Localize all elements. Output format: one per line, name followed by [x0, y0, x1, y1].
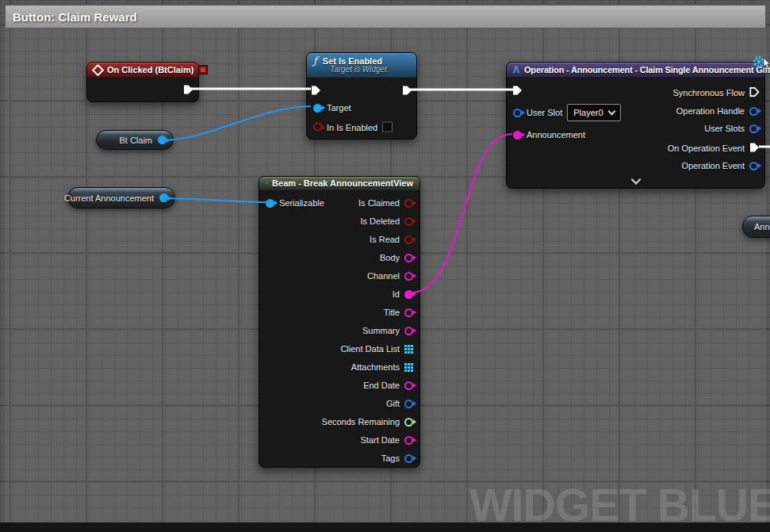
pin-row: Title: [384, 308, 413, 317]
pin-label: Tags: [381, 454, 400, 463]
output-pin[interactable]: [404, 217, 413, 226]
pin-label: User Slots: [704, 124, 745, 133]
node-settings-area: [752, 55, 766, 72]
output-pin[interactable]: [404, 381, 413, 390]
pin-label: Seconds Remaining: [322, 417, 400, 427]
pin-label: Client Data List: [340, 344, 400, 354]
variable-pill-current-announcement[interactable]: Current Announcement: [67, 187, 175, 209]
variable-output-pin[interactable]: [159, 193, 168, 202]
pin-label: Gift: [386, 399, 400, 408]
pin-row: Summary: [362, 326, 413, 335]
output-pin[interactable]: [749, 162, 758, 170]
pin-row: User Slots: [704, 124, 758, 133]
node-operation-header: Λ Operation - Announcement - Claim Singl…: [507, 63, 764, 78]
output-pin[interactable]: [404, 235, 413, 244]
variable-label: Anno: [754, 222, 770, 232]
pin-label: Serializable: [279, 198, 324, 208]
node-subtitle: Target is Widget: [330, 65, 410, 74]
pin-row: [402, 86, 412, 96]
pin-row: Gift: [386, 399, 413, 408]
output-pin[interactable]: [404, 363, 413, 372]
output-pin[interactable]: [404, 436, 413, 445]
output-pin[interactable]: [404, 327, 413, 335]
watermark-text: WIDGET BLUEPRINT: [469, 483, 770, 528]
pin-row: [311, 86, 321, 96]
output-pin[interactable]: [404, 345, 413, 354]
output-pin[interactable]: [404, 418, 413, 427]
node-on-clicked-header: On Clicked (BtClaim): [87, 63, 198, 78]
exec-in-pin[interactable]: [311, 86, 321, 96]
pin-label: Announcement: [527, 130, 585, 140]
pin-row: Is Deleted: [360, 216, 413, 226]
pin-label: Body: [380, 253, 400, 262]
pin-row: Serializable: [266, 198, 324, 208]
comment-header[interactable]: Button: Claim Reward: [5, 5, 766, 29]
function-icon: ƒ: [313, 55, 317, 66]
break-struct-icon: [266, 178, 267, 188]
beamable-logo-icon: Λ: [513, 65, 519, 75]
target-input-pin[interactable]: [313, 104, 322, 113]
output-pin[interactable]: [404, 400, 413, 408]
pin-row: Operation Handle: [676, 106, 758, 116]
node-set-is-enabled-header: ƒ Set Is Enabled Target is Widget: [307, 53, 416, 78]
exec-in-pin[interactable]: [512, 86, 523, 96]
variable-pill-announcement-partial[interactable]: Anno: [742, 216, 770, 238]
chevron-down-icon: [607, 108, 615, 116]
announcement-input-pin[interactable]: [513, 131, 522, 140]
pin-label: On Operation Event: [668, 143, 745, 152]
exec-out-pin[interactable]: [402, 86, 412, 96]
output-pin[interactable]: [749, 107, 758, 116]
delegate-pin[interactable]: [198, 65, 208, 75]
node-on-clicked[interactable]: On Clicked (BtClaim): [86, 62, 199, 102]
synchronous-flow-exec-pin[interactable]: [749, 87, 760, 98]
pin-row: Id: [393, 289, 413, 299]
pin-row: Seconds Remaining: [322, 417, 413, 427]
variable-pill-bt-claim[interactable]: Bt Claim: [96, 130, 174, 150]
output-pin-id[interactable]: [404, 290, 413, 299]
node-break-announcementview[interactable]: Beam - Break AnnouncementView Serializab…: [259, 176, 420, 468]
pin-label: Attachments: [351, 362, 400, 372]
output-pin[interactable]: [749, 124, 758, 133]
on-operation-event-exec-pin[interactable]: [749, 143, 760, 153]
pin-row: Start Date: [360, 435, 413, 445]
pin-row: Target: [313, 103, 351, 113]
output-pin[interactable]: [404, 272, 413, 281]
pin-row: Attachments: [351, 362, 413, 372]
pin-row: [512, 86, 523, 96]
variable-output-pin[interactable]: [158, 136, 167, 144]
pin-row: Tags: [381, 454, 413, 463]
output-pin[interactable]: [404, 308, 413, 317]
in-is-enabled-checkbox[interactable]: [382, 122, 393, 132]
pin-label: Is Read: [370, 235, 400, 244]
user-slot-dropdown[interactable]: Player0: [567, 104, 620, 121]
pin-row: Client Data List: [340, 344, 413, 354]
pin-row: [183, 85, 193, 95]
exec-out-pin[interactable]: [183, 85, 193, 95]
output-pin[interactable]: [404, 199, 413, 208]
pin-row: Is Claimed: [358, 198, 413, 208]
output-pin[interactable]: [404, 254, 413, 262]
in-is-enabled-pin[interactable]: [313, 123, 322, 132]
pin-row: In Is Enabled: [313, 122, 393, 132]
node-title: Operation - Announcement - Claim Single …: [524, 65, 770, 75]
pin-label: Summary: [362, 326, 400, 335]
user-slot-pin[interactable]: [513, 109, 522, 117]
pin-label: Synchronous Flow: [673, 87, 745, 97]
variable-label: Bt Claim: [119, 136, 152, 145]
pin-label: End Date: [363, 381, 400, 390]
pin-label: Id: [393, 289, 400, 299]
output-pin[interactable]: [404, 454, 413, 463]
node-set-is-enabled[interactable]: ƒ Set Is Enabled Target is Widget Target…: [306, 52, 417, 140]
pin-label: Is Claimed: [358, 198, 400, 208]
event-diamond-icon: [92, 63, 105, 76]
pin-row: End Date: [363, 381, 413, 390]
node-operation-claim-gift[interactable]: Λ Operation - Announcement - Claim Singl…: [506, 62, 765, 189]
pin-row: Synchronous Flow: [673, 87, 760, 98]
collapse-chevron-icon[interactable]: [630, 174, 641, 185]
mouse-cursor-icon: [763, 58, 770, 70]
pin-row: Operation Event: [682, 161, 759, 170]
node-title: Beam - Break AnnouncementView: [272, 178, 413, 188]
serializable-input-pin[interactable]: [266, 199, 274, 208]
pin-label: Is Deleted: [360, 216, 400, 226]
pin-row: Body: [380, 253, 413, 262]
